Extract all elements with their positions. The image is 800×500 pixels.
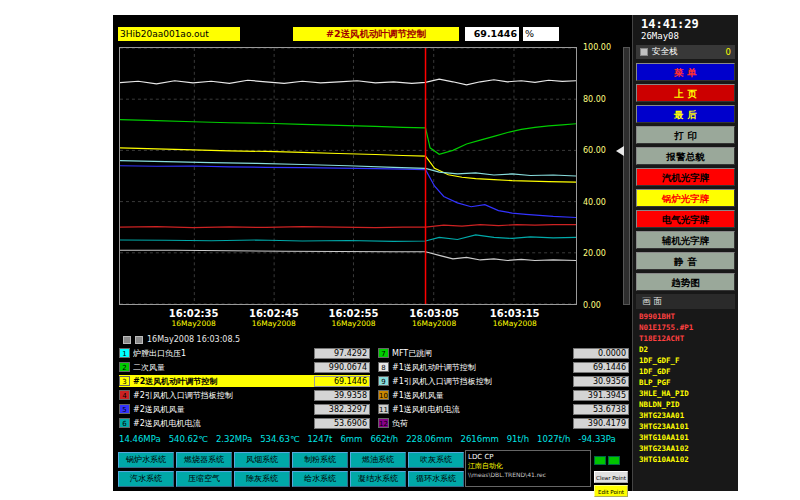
legend-row[interactable]: 2二次风量990.0674 (119, 361, 370, 373)
legend-row[interactable]: 11#1送风机电机电流53.6738 (378, 403, 629, 415)
system-page-button[interactable]: 给水系统 (292, 471, 348, 487)
system-page-button[interactable]: 除灰系统 (234, 471, 290, 487)
security-label: 安全栈 (652, 46, 678, 58)
legend-row[interactable]: 6#2送风机电机电流53.6906 (119, 417, 370, 429)
sidebar-button[interactable]: 锅炉光字牌 (636, 189, 735, 207)
info-line1: LDC CP (468, 453, 588, 461)
page-tag-item[interactable]: BLP_PGF (639, 377, 738, 388)
sidebar-button[interactable]: 静 音 (636, 252, 735, 270)
status-led-icon (594, 456, 606, 465)
pen-color-swatch: 1 (119, 348, 130, 358)
x-tick-date: 16May2008 (169, 319, 219, 328)
system-page-button[interactable]: 锅炉水系统 (118, 452, 174, 468)
system-page-button[interactable]: 压缩空气 (176, 471, 232, 487)
status-value: 91t/h (507, 434, 529, 444)
security-count: 0 (726, 47, 731, 57)
status-value: 1247t (307, 434, 332, 444)
page-tag-item[interactable]: 1DF_GDF_F (639, 355, 738, 366)
x-tick: 16:02:4516May2008 (249, 308, 299, 328)
sidebar-button[interactable]: 电气光字牌 (636, 210, 735, 228)
pen-value: 39.9358 (314, 390, 370, 401)
page-tag-item[interactable]: 3HTG23AA101 (639, 421, 738, 432)
legend-row[interactable]: 5#2送风机风量382.3297 (119, 403, 370, 415)
trend-line (120, 235, 576, 241)
page-tag-item[interactable]: 3HTG10AA101 (639, 432, 738, 443)
sidebar-button[interactable]: 菜 单 (636, 63, 735, 81)
status-value: -94.33Pa (578, 434, 615, 444)
point-tag-field[interactable]: 3Hib20aa001ao.out (118, 27, 240, 41)
scroll-position-marker-icon[interactable] (616, 146, 624, 156)
pen-value: 990.0674 (314, 362, 370, 373)
edit-point-button[interactable]: Edit Point (594, 485, 628, 497)
sidebar-button[interactable]: 上 页 (636, 84, 735, 102)
legend-row[interactable]: 12负荷390.4179 (378, 417, 629, 429)
clear-point-button[interactable]: Clear Point (594, 471, 628, 483)
system-page-button[interactable]: 燃烧器系统 (176, 452, 232, 468)
legend-row[interactable]: 10#1送风机风量391.3945 (378, 389, 629, 401)
pen-value: 69.1446 (314, 376, 370, 387)
pen-label: #2送风机动叶调节控制 (133, 376, 314, 387)
legend-row[interactable]: 1炉膛出口负压197.4292 (119, 347, 370, 359)
pen-legend-left-column: 1炉膛出口负压197.42922二次风量990.06743#2送风机动叶调节控制… (119, 347, 370, 431)
legend-row[interactable]: 9#1引风机入口调节挡板控制30.9356 (378, 375, 629, 387)
cursor-unit-readout: % (523, 27, 559, 41)
pen-value: 30.9356 (573, 376, 629, 387)
security-stack-row[interactable]: 安全栈 0 (636, 45, 735, 59)
pen-legend-right-column: 7MFT已跳闸0.00008#1送风机动叶调节控制69.14469#1引风机入口… (378, 347, 629, 431)
y-tick-label: 20.00 (583, 249, 606, 258)
legend-row[interactable]: 4#2引风机入口调节挡板控制39.9358 (119, 389, 370, 401)
system-page-button[interactable]: 吹灰系统 (408, 452, 464, 468)
pen-color-swatch: 10 (378, 390, 389, 400)
legend-row[interactable]: 3#2送风机动叶调节控制69.1446 (119, 375, 370, 387)
page-tag-item[interactable]: 3HTG23AA01 (639, 410, 738, 421)
page-tag-item[interactable]: T18E12ACHT (639, 333, 738, 344)
sidebar-button[interactable]: 趋势图 (636, 273, 735, 291)
x-tick-time: 16:03:05 (409, 308, 459, 319)
pen-color-swatch: 7 (378, 348, 389, 358)
trend-title[interactable]: #2送风机动叶调节控制 (293, 27, 459, 41)
page-tag-item[interactable]: 3HLE_HA_PID (639, 388, 738, 399)
sidebar-button[interactable]: 辅机光字牌 (636, 231, 735, 249)
system-page-button[interactable]: 汽水系统 (118, 471, 174, 487)
x-tick-time: 16:02:45 (249, 308, 299, 319)
status-value: 6mm (340, 434, 362, 444)
system-page-button[interactable]: 制粉系统 (292, 452, 348, 468)
status-value: 2616mm (461, 434, 499, 444)
trend-chart-canvas[interactable] (120, 48, 576, 304)
corner-controls: Clear Point Edit Point (594, 450, 630, 488)
pen-label: 炉膛出口负压1 (133, 348, 314, 359)
system-button-row-1: 锅炉水系统燃烧器系统风烟系统制粉系统燃油系统吹灰系统 (118, 452, 466, 468)
plant-status-bar: 14.46MPa540.62℃2.32MPa534.63℃1247t6mm662… (119, 434, 629, 447)
page-tag-item[interactable]: 1DF_GDF (639, 366, 738, 377)
trend-line (120, 148, 576, 182)
pen-value: 53.6738 (573, 404, 629, 415)
system-info-box: LDC CP 江南自动化 \\meas\DBL.TREND\41.rec (465, 450, 591, 487)
status-value: 228.06mm (406, 434, 452, 444)
y-tick-label: 0.00 (583, 301, 601, 310)
legend-row[interactable]: 7MFT已跳闸0.0000 (378, 347, 629, 359)
pen-value: 69.1446 (573, 362, 629, 373)
system-page-button[interactable]: 风烟系统 (234, 452, 290, 468)
pen-color-swatch: 6 (119, 418, 130, 428)
page-tag-item[interactable]: 3HTG23AA102 (639, 443, 738, 454)
sidebar-button[interactable]: 报警总貌 (636, 147, 735, 165)
legend-row[interactable]: 8#1送风机动叶调节控制69.1446 (378, 361, 629, 373)
y-tick-label: 80.00 (583, 95, 606, 104)
system-page-button[interactable]: 凝结水系统 (350, 471, 406, 487)
page-tag-item[interactable]: NBLDN_PID (639, 399, 738, 410)
page-tag-item[interactable]: 3HTG10AA102 (639, 454, 738, 465)
chart-scrollbar[interactable] (623, 47, 630, 305)
system-page-button[interactable]: 循环水系统 (408, 471, 464, 487)
status-value: 534.63℃ (260, 434, 299, 444)
sidebar-button[interactable]: 最 后 (636, 105, 735, 123)
sidebar-button[interactable]: 打 印 (636, 126, 735, 144)
trend-chart[interactable] (119, 47, 577, 305)
sidebar: 14:41:29 26May08 安全栈 0 菜 单上 页最 后打 印报警总貌汽… (632, 15, 738, 491)
page-tag-item[interactable]: N01E1755.#P1 (639, 322, 738, 333)
page-tag-item[interactable]: D2 (639, 344, 738, 355)
legend-marker-icon (123, 336, 131, 344)
sidebar-button[interactable]: 汽机光字牌 (636, 168, 735, 186)
x-tick-time: 16:03:15 (490, 308, 540, 319)
system-page-button[interactable]: 燃油系统 (350, 452, 406, 468)
page-tag-item[interactable]: B9901BHT (639, 311, 738, 322)
